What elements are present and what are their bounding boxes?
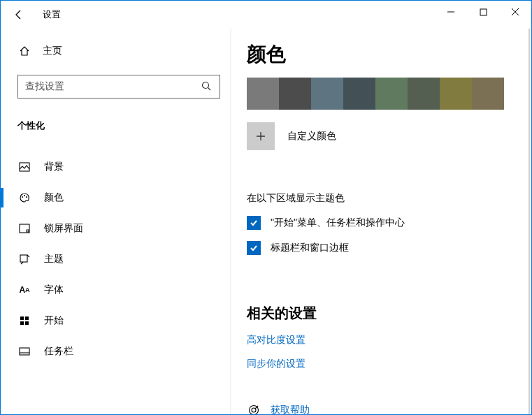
window-controls: [435, 1, 531, 23]
color-swatch[interactable]: [408, 78, 440, 110]
nav-item-fonts[interactable]: AA 字体: [1, 275, 224, 305]
nav-item-label: 任务栏: [44, 345, 73, 358]
svg-rect-9: [20, 316, 24, 320]
color-swatch[interactable]: [343, 78, 375, 110]
nav-item-label: 开始: [44, 314, 64, 327]
color-swatch[interactable]: [440, 78, 472, 110]
svg-rect-11: [20, 321, 24, 325]
palette-icon: [17, 192, 31, 203]
link-get-help[interactable]: 获取帮助: [271, 404, 310, 414]
related-settings-header: 相关的设置: [247, 304, 516, 323]
nav-item-label: 颜色: [44, 191, 64, 204]
svg-point-1: [203, 82, 209, 88]
home-icon: [17, 45, 31, 57]
start-icon: [17, 316, 31, 326]
accent-section-header: 在以下区域显示主题色: [247, 192, 516, 205]
link-sync-settings[interactable]: 同步你的设置: [247, 358, 516, 370]
nav-item-start[interactable]: 开始: [1, 305, 224, 336]
color-swatch[interactable]: [375, 78, 408, 110]
page-heading: 颜色: [247, 41, 516, 68]
svg-rect-12: [25, 321, 29, 325]
custom-color-button[interactable]: [247, 122, 275, 150]
nav-list: 背景 颜色 锁屏界面 主题: [17, 152, 224, 367]
checkbox-start-taskbar[interactable]: [247, 216, 261, 230]
checkbox-titlebars[interactable]: [247, 241, 261, 255]
back-button[interactable]: [12, 8, 26, 22]
custom-color-row: 自定义颜色: [247, 122, 516, 150]
help-icon: [247, 405, 261, 414]
color-swatch[interactable]: [472, 78, 504, 110]
svg-point-3: [22, 196, 23, 198]
custom-color-label: 自定义颜色: [287, 130, 336, 143]
color-swatches: [247, 78, 516, 110]
theme-icon: [17, 254, 31, 265]
svg-rect-13: [20, 348, 29, 355]
home-link[interactable]: 主页: [17, 37, 224, 65]
nav-item-themes[interactable]: 主题: [1, 244, 224, 275]
search-placeholder: 查找设置: [25, 80, 201, 93]
color-swatch[interactable]: [311, 78, 343, 110]
svg-rect-8: [20, 255, 27, 262]
checkbox-label: 标题栏和窗口边框: [271, 242, 349, 254]
link-high-contrast[interactable]: 高对比度设置: [247, 334, 516, 347]
picture-icon: [17, 162, 31, 172]
nav-item-label: 锁屏界面: [44, 222, 83, 235]
svg-point-5: [26, 196, 27, 198]
color-swatch[interactable]: [247, 78, 279, 110]
nav-item-label: 背景: [44, 161, 64, 173]
maximize-button[interactable]: [467, 1, 499, 23]
nav-item-taskbar[interactable]: 任务栏: [1, 336, 224, 367]
svg-rect-0: [480, 9, 487, 15]
section-header: 个性化: [17, 119, 224, 132]
window-title: 设置: [43, 8, 61, 21]
search-input[interactable]: 查找设置: [17, 75, 220, 99]
lockscreen-icon: [17, 224, 31, 233]
color-swatch[interactable]: [279, 78, 311, 110]
svg-rect-10: [25, 316, 29, 320]
nav-item-label: 字体: [44, 284, 64, 296]
nav-item-lockscreen[interactable]: 锁屏界面: [1, 213, 224, 244]
checkbox-label: "开始"菜单、任务栏和操作中心: [271, 217, 405, 229]
svg-rect-6: [20, 224, 29, 233]
svg-rect-7: [27, 230, 29, 232]
taskbar-icon: [17, 347, 31, 356]
help-row: 获取帮助: [247, 404, 516, 414]
scrollbar[interactable]: [529, 29, 530, 414]
checkbox-row-titlebars: 标题栏和窗口边框: [247, 241, 516, 255]
svg-point-4: [24, 195, 25, 196]
nav-item-background[interactable]: 背景: [1, 152, 224, 182]
nav-item-colors[interactable]: 颜色: [1, 182, 224, 213]
font-icon: AA: [17, 285, 31, 295]
home-label: 主页: [43, 45, 62, 57]
main-content: 颜色 自定义颜色 在以下区域显示主题色 "开始"菜单、任务栏和操作中心: [231, 29, 531, 414]
checkbox-row-start-taskbar: "开始"菜单、任务栏和操作中心: [247, 216, 516, 230]
close-button[interactable]: [499, 1, 531, 23]
sidebar: 主页 查找设置 个性化 背景 颜色: [1, 29, 231, 414]
search-icon: [201, 81, 213, 93]
nav-item-label: 主题: [44, 253, 64, 265]
minimize-button[interactable]: [435, 1, 467, 23]
